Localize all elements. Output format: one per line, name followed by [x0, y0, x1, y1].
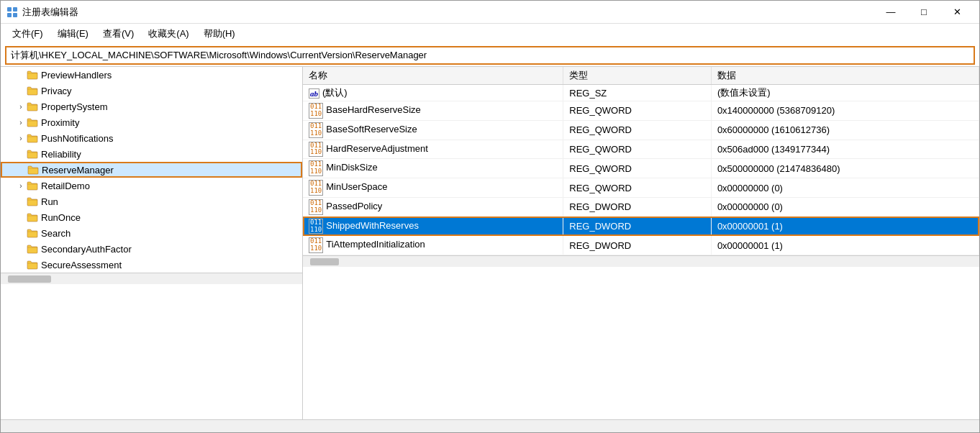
menu-edit[interactable]: 编辑(E): [52, 25, 94, 42]
expand-arrow-icon: ›: [15, 132, 27, 144]
value-name: BaseHardReserveSize: [326, 104, 421, 115]
value-name: HardReserveAdjustment: [326, 143, 428, 154]
cell-type: REG_QWORD: [563, 120, 712, 140]
expand-arrow-icon: [15, 148, 27, 160]
binary-value-icon: 011110: [309, 219, 323, 234]
cell-data: 0x500000000 (21474836480): [711, 159, 979, 178]
table-row[interactable]: 011110TiAttemptedInitializationREG_DWORD…: [303, 236, 979, 255]
tree-item-label: RunOnce: [41, 212, 81, 223]
tree-item-label: Privacy: [41, 86, 72, 96]
table-row[interactable]: 011110BaseSoftReserveSizeREG_QWORD0x6000…: [303, 120, 979, 140]
tree-item[interactable]: SecondaryAuthFactor: [1, 241, 302, 257]
cell-type: REG_DWORD: [563, 216, 712, 236]
table-row[interactable]: 011110BaseHardReserveSizeREG_QWORD0x1400…: [303, 101, 979, 121]
tree-item[interactable]: Search: [1, 225, 302, 241]
cell-data: 0x00000001 (1): [711, 216, 979, 236]
tree-item-label: Run: [41, 196, 58, 207]
menu-bar: 文件(F) 编辑(E) 查看(V) 收藏夹(A) 帮助(H): [1, 24, 979, 44]
table-row[interactable]: 011110ShippedWithReservesREG_DWORD0x0000…: [303, 216, 979, 236]
app-icon: [6, 6, 18, 18]
svg-rect-2: [7, 13, 12, 17]
binary-value-icon: 011110: [309, 237, 323, 253]
col-type: 类型: [563, 67, 712, 85]
table-row[interactable]: 011110MinUserSpaceREG_QWORD0x00000000 (0…: [303, 178, 979, 198]
value-name: (默认): [322, 87, 348, 98]
cell-name: 011110BaseSoftReserveSize: [303, 120, 563, 140]
status-bar: [1, 419, 979, 432]
tree-item[interactable]: Run: [1, 193, 302, 209]
tree-item[interactable]: RunOnce: [1, 209, 302, 225]
folder-icon: [27, 101, 38, 112]
cell-data: 0x140000000 (5368709120): [711, 101, 979, 121]
binary-value-icon: 011110: [309, 180, 323, 196]
svg-rect-0: [7, 7, 12, 12]
cell-name: ab(默认): [303, 85, 563, 101]
binary-value-icon: 011110: [309, 103, 323, 119]
cell-data: 0x506ad000 (1349177344): [711, 140, 979, 159]
cell-data: 0x00000001 (1): [711, 236, 979, 255]
folder-icon: [27, 132, 38, 144]
expand-arrow-icon: ›: [15, 180, 27, 191]
table-row[interactable]: 011110MinDiskSizeREG_QWORD0x500000000 (2…: [303, 159, 979, 178]
expand-arrow-icon: [15, 69, 27, 81]
folder-icon: [27, 211, 38, 223]
cell-data: 0x00000000 (0): [711, 178, 979, 198]
expand-arrow-icon: [15, 227, 27, 239]
cell-name: 011110MinDiskSize: [303, 159, 563, 178]
value-name: ShippedWithReserves: [326, 220, 419, 231]
maximize-button[interactable]: □: [907, 1, 940, 24]
table-row[interactable]: 011110HardReserveAdjustmentREG_QWORD0x50…: [303, 140, 979, 159]
tree-item[interactable]: Reliability: [1, 146, 302, 162]
address-input[interactable]: [5, 46, 975, 65]
binary-value-icon: 011110: [309, 142, 323, 158]
tree-item[interactable]: PreviewHandlers: [1, 67, 302, 83]
svg-rect-1: [13, 7, 17, 12]
expand-arrow-icon: [15, 85, 27, 96]
tree-item[interactable]: › Proximity: [1, 114, 302, 130]
expand-arrow-icon: [15, 243, 27, 255]
content-area: PreviewHandlers Privacy› PropertySystem›…: [1, 67, 979, 419]
cell-name: 011110ShippedWithReserves: [303, 216, 563, 236]
folder-icon: [27, 85, 38, 96]
folder-icon: [27, 164, 39, 176]
values-pane: 名称 类型 数据 ab(默认)REG_SZ(数值未设置)011110BaseHa…: [303, 67, 979, 419]
tree-item[interactable]: ReserveManager: [1, 162, 302, 178]
tree-item-label: RetailDemo: [41, 181, 90, 191]
tree-item[interactable]: Privacy: [1, 83, 302, 99]
cell-type: REG_QWORD: [563, 178, 712, 198]
tree-item[interactable]: › PropertySystem: [1, 99, 302, 114]
menu-file[interactable]: 文件(F): [6, 25, 49, 42]
table-scrollbar-h[interactable]: [303, 255, 979, 267]
cell-type: REG_DWORD: [563, 236, 712, 255]
folder-icon: [27, 227, 38, 239]
cell-name: 011110HardReserveAdjustment: [303, 140, 563, 159]
tree-item[interactable]: SecureAssessment: [1, 257, 302, 273]
folder-icon: [27, 117, 38, 128]
tree-item[interactable]: › PushNotifications: [1, 130, 302, 146]
cell-name: 011110BaseHardReserveSize: [303, 101, 563, 121]
table-row[interactable]: ab(默认)REG_SZ(数值未设置): [303, 85, 979, 101]
cell-data: (数值未设置): [711, 85, 979, 101]
tree-item-label: SecondaryAuthFactor: [41, 244, 132, 255]
tree-item[interactable]: › RetailDemo: [1, 178, 302, 193]
cell-type: REG_DWORD: [563, 197, 712, 216]
tree-scrollbar-h[interactable]: [1, 273, 302, 284]
folder-icon: [27, 243, 38, 255]
expand-arrow-icon: ›: [15, 101, 27, 112]
close-button[interactable]: ✕: [940, 1, 974, 24]
title-controls: — □ ✕: [874, 1, 974, 24]
title-bar: 注册表编辑器 — □ ✕: [1, 1, 979, 24]
menu-view[interactable]: 查看(V): [97, 25, 140, 42]
table-row[interactable]: 011110PassedPolicyREG_DWORD0x00000000 (0…: [303, 197, 979, 216]
menu-help[interactable]: 帮助(H): [198, 25, 241, 42]
minimize-button[interactable]: —: [874, 1, 907, 24]
menu-favorites[interactable]: 收藏夹(A): [142, 25, 194, 42]
cell-name: 011110PassedPolicy: [303, 197, 563, 216]
cell-type: REG_SZ: [563, 85, 712, 101]
tree-item-label: PropertySystem: [41, 101, 107, 112]
cell-type: REG_QWORD: [563, 159, 712, 178]
registry-table: 名称 类型 数据 ab(默认)REG_SZ(数值未设置)011110BaseHa…: [303, 67, 979, 255]
ab-value-icon: ab: [309, 88, 319, 99]
col-data: 数据: [711, 67, 979, 85]
binary-value-icon: 011110: [309, 199, 323, 215]
